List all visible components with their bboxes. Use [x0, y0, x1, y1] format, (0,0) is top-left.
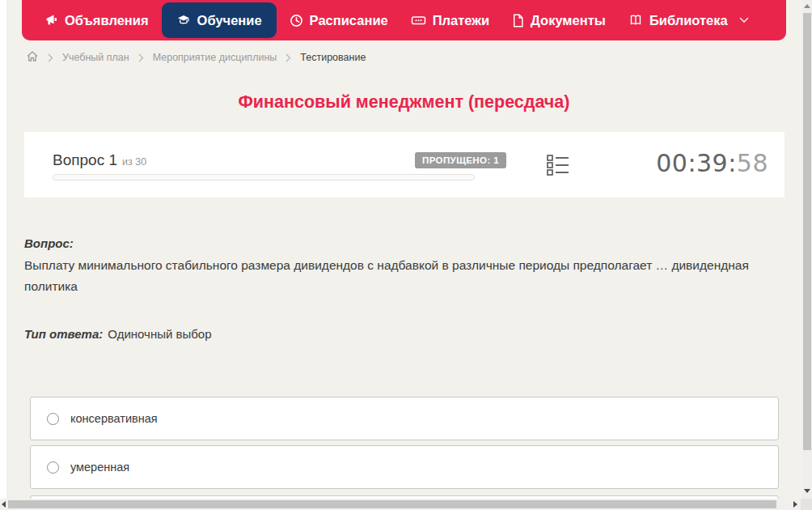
timer: 00:39:58 — [656, 149, 768, 177]
graduation-cap-icon — [176, 14, 191, 27]
document-icon — [512, 14, 524, 28]
answer-option-label: консервативная — [70, 412, 158, 425]
question-header-card: Вопрос 1из 30 ПРОПУЩЕНО: 1 00:39:58 — [24, 132, 785, 198]
nav-item-label: Документы — [531, 13, 606, 28]
chevron-down-icon — [739, 17, 749, 23]
question-prompt-label: Вопрос: — [24, 236, 74, 250]
timer-seconds: 58 — [737, 149, 768, 177]
question-of-total: из 30 — [122, 156, 146, 168]
nav-item-payments[interactable]: Платежи — [400, 2, 501, 38]
progress-bar — [53, 174, 475, 181]
scrollbar-corner — [801, 499, 812, 510]
answer-type-label: Тип ответа: — [24, 327, 103, 341]
nav-item-label: Платежи — [433, 13, 489, 28]
nav-item-label: Объявления — [65, 13, 149, 28]
nav-item-label: Библиотека — [649, 13, 728, 28]
clock-icon — [290, 14, 303, 28]
answer-type-line: Тип ответа:Одиночный выбор — [24, 327, 212, 341]
horizontal-scrollbar-thumb[interactable] — [8, 500, 776, 508]
page-title: Финансовый менеджмент (пересдача) — [22, 92, 786, 113]
breadcrumb-testing: Тестирование — [300, 52, 366, 63]
breadcrumb-curriculum[interactable]: Учебный план — [62, 52, 129, 63]
answer-type-value: Одиночный выбор — [108, 327, 211, 341]
scroll-left-arrow-icon[interactable] — [2, 501, 6, 508]
scroll-right-arrow-icon[interactable] — [793, 501, 797, 508]
answer-option-label: умеренная — [70, 461, 129, 474]
vertical-scrollbar-thumb[interactable] — [803, 13, 811, 450]
vertical-scrollbar[interactable] — [802, 0, 812, 499]
answer-option[interactable]: умеренная — [30, 445, 779, 489]
payments-icon — [411, 14, 426, 27]
nav-item-learning[interactable]: Обучение — [162, 2, 277, 38]
timer-minutes: 00:39: — [656, 149, 737, 177]
breadcrumb-discipline-event[interactable]: Мероприятие дисциплины — [153, 52, 277, 63]
scroll-down-arrow-icon[interactable] — [804, 489, 810, 493]
question-number: Вопрос 1из 30 — [53, 151, 146, 169]
scroll-up-arrow-icon[interactable] — [804, 4, 810, 8]
breadcrumb: Учебный план Мероприятие дисциплины Тест… — [26, 50, 366, 65]
nav-item-label: Обучение — [197, 13, 262, 28]
chevron-right-icon — [138, 53, 144, 62]
nav-item-library[interactable]: Библиотека — [617, 2, 760, 38]
top-nav: Объявления Обучение Расписание Платежи Д… — [22, 0, 786, 40]
horizontal-scrollbar[interactable] — [0, 499, 801, 510]
radio-icon[interactable] — [47, 461, 59, 474]
radio-icon[interactable] — [47, 413, 59, 425]
nav-item-announcements[interactable]: Объявления — [33, 2, 160, 38]
nav-item-documents[interactable]: Документы — [501, 2, 617, 38]
megaphone-icon — [44, 14, 58, 27]
answer-option[interactable]: консервативная — [30, 397, 779, 440]
question-list-icon[interactable] — [547, 154, 569, 176]
nav-item-schedule[interactable]: Расписание — [278, 2, 400, 38]
nav-item-label: Расписание — [310, 13, 388, 28]
book-icon — [628, 14, 643, 27]
page: Объявления Обучение Расписание Платежи Д… — [0, 0, 812, 510]
chevron-right-icon — [285, 53, 291, 62]
home-icon[interactable] — [26, 50, 39, 65]
question-text: Выплату минимального стабильного размера… — [24, 255, 756, 297]
question-number-label: Вопрос 1 — [53, 151, 117, 168]
skipped-badge: ПРОПУЩЕНО: 1 — [415, 152, 506, 168]
chevron-right-icon — [48, 53, 53, 62]
